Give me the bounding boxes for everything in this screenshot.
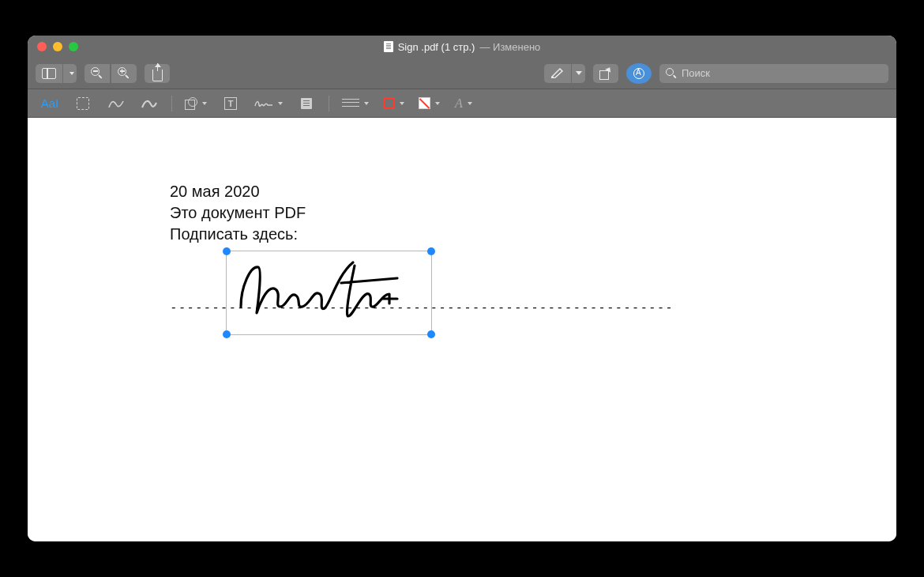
signature-icon [254,98,273,109]
search-field[interactable]: Поиск [659,64,888,83]
resize-handle-bottom-left[interactable] [223,330,231,338]
sidebar-icon [42,68,56,79]
chevron-down-icon [69,72,74,75]
highlight-button[interactable] [544,64,585,83]
markup-toolbar: AaI T [28,89,896,118]
text-selection-tool[interactable]: AaI [39,93,61,114]
zoom-out-icon [91,67,103,80]
chevron-down-icon [576,71,582,75]
text-box-tool[interactable]: T [220,93,242,114]
text-selection-icon: AaI [41,96,59,110]
sketch-icon [108,98,124,109]
document-date-line: 20 мая 2020 [170,181,306,202]
shapes-icon [185,97,197,110]
window-title-status: Изменено [493,41,540,53]
minimize-window-button[interactable] [53,42,62,51]
preview-window: Sign .pdf (1 стр.) — Изменено [28,36,896,541]
chevron-down-icon [278,102,283,105]
rectangular-selection-tool[interactable] [72,93,94,114]
rotate-icon [599,67,612,80]
text-box-icon: T [224,97,237,110]
search-placeholder: Поиск [682,67,710,79]
fill-color-picker[interactable] [417,93,441,114]
note-tool[interactable] [295,93,317,114]
window-controls [37,42,78,51]
window-title-filename: Sign .pdf (1 стр.) [398,41,475,53]
window-title-sep: — [479,41,493,53]
document-canvas[interactable]: 20 мая 2020 Это документ PDF Подписать з… [28,118,896,541]
line-weight-picker[interactable] [340,93,370,114]
main-toolbar: Поиск [28,58,896,89]
line-weight-icon [342,99,359,108]
resize-handle-bottom-right[interactable] [427,330,435,338]
chevron-down-icon [364,102,369,105]
draw-tool[interactable] [138,93,160,114]
toolbar-divider [329,96,329,111]
window-title: Sign .pdf (1 стр.) — Изменено [28,36,896,58]
border-color-icon [383,97,395,109]
selection-icon [77,97,89,110]
share-icon [152,70,163,81]
signature-annotation[interactable] [226,251,432,335]
share-button[interactable] [145,64,170,83]
zoom-out-button[interactable] [85,64,110,83]
highlighter-icon [550,67,565,80]
signature-glyph [235,251,424,330]
close-window-button[interactable] [37,42,47,51]
toolbar-divider [171,96,172,111]
resize-handle-top-left[interactable] [223,247,231,255]
fullscreen-window-button[interactable] [69,42,78,51]
document-sign-line: Подписать здесь: [170,224,306,245]
chevron-down-icon [435,102,440,105]
zoom-in-icon [118,67,130,80]
chevron-down-icon [202,102,207,105]
font-style-picker[interactable]: A [453,93,475,114]
draw-icon [141,98,157,109]
chevron-down-icon [468,102,472,105]
markup-toggle-button[interactable] [626,63,652,84]
resize-handle-top-right[interactable] [427,247,435,255]
document-title-line: Это документ PDF [170,202,306,224]
document-text-block: 20 мая 2020 Это документ PDF Подписать з… [170,181,306,245]
note-icon [301,98,312,109]
search-icon [666,68,677,79]
rotate-button[interactable] [593,64,618,83]
titlebar: Sign .pdf (1 стр.) — Изменено [28,36,896,58]
markup-icon [633,68,644,79]
sign-tool[interactable] [253,93,284,114]
border-color-picker[interactable] [381,93,406,114]
zoom-in-button[interactable] [111,64,137,83]
fill-color-icon [419,97,430,109]
document-icon [384,41,393,52]
shapes-tool[interactable] [183,93,208,114]
sidebar-toggle-button[interactable] [36,64,77,83]
chevron-down-icon [400,102,404,105]
font-style-icon: A [455,96,463,111]
sketch-tool[interactable] [105,93,127,114]
